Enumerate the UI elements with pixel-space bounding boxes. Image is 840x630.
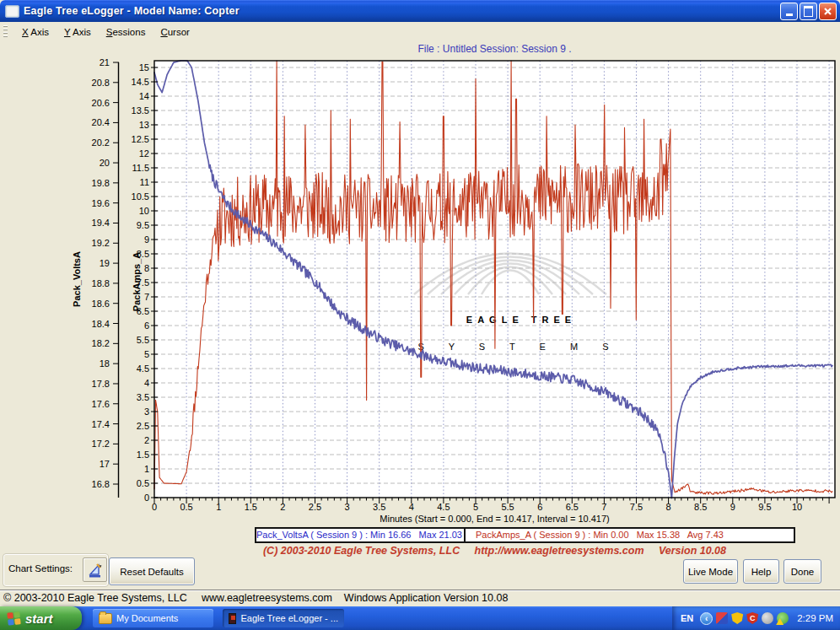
svg-text:18.4: 18.4 <box>92 319 110 329</box>
svg-text:3.5: 3.5 <box>373 502 385 512</box>
wireless-status-icon[interactable] <box>777 612 789 624</box>
title-bar[interactable]: Eagle Tree eLogger - Model Name: Copter <box>0 0 840 22</box>
task-my-documents[interactable]: My Documents <box>93 609 213 627</box>
svg-text:14.5: 14.5 <box>132 77 149 87</box>
svg-text:5: 5 <box>473 502 478 512</box>
tray-app-icon[interactable] <box>716 612 728 624</box>
live-mode-button[interactable]: Live Mode <box>683 559 738 584</box>
svg-text:12: 12 <box>139 148 149 159</box>
svg-text:13: 13 <box>139 120 149 130</box>
menu-cursor[interactable]: Cursor <box>153 24 197 40</box>
svg-text:1: 1 <box>144 464 149 474</box>
svg-text:9: 9 <box>144 234 149 245</box>
volume-icon[interactable] <box>762 612 773 624</box>
svg-text:EAGLE TREE: EAGLE TREE <box>466 315 576 325</box>
svg-text:4: 4 <box>144 378 149 388</box>
taskbar: start My Documents Eagle Tree eLogger - … <box>0 606 840 630</box>
svg-text:5: 5 <box>144 349 149 359</box>
svg-text:4.5: 4.5 <box>437 502 450 512</box>
application-window: Eagle Tree eLogger - Model Name: Copter … <box>0 0 840 630</box>
svg-text:7: 7 <box>601 502 606 512</box>
tray-chevron-icon[interactable]: ‹ <box>700 612 713 625</box>
restore-button[interactable] <box>800 3 817 20</box>
antivirus-shield-icon[interactable]: C <box>746 612 758 624</box>
copyright-line: (C) 2003-2010 Eagle Tree Systems, LLC ht… <box>154 545 835 557</box>
series-stats-row: Pack_VoltsA ( Session 9 ) : Min 16.66 Ma… <box>255 527 795 543</box>
svg-text:16.8: 16.8 <box>92 479 110 489</box>
svg-text:20.2: 20.2 <box>92 137 110 148</box>
svg-text:8.5: 8.5 <box>694 502 707 512</box>
menu-y-axis[interactable]: Y Axis <box>57 24 99 40</box>
menu-bar: X Axis Y Axis Sessions Cursor <box>0 22 840 41</box>
svg-text:PackAmps_A: PackAmps_A <box>132 252 142 311</box>
svg-text:11: 11 <box>140 177 149 187</box>
chart-canvas[interactable]: EAGLE TREES Y S T E M S2120.820.620.420.… <box>0 41 840 527</box>
task-eagle-tree-elogger[interactable]: Eagle Tree eLogger - ... <box>223 609 344 627</box>
svg-text:18.2: 18.2 <box>92 338 110 348</box>
help-button[interactable]: Help <box>743 559 779 584</box>
window-title: Eagle Tree eLogger - Model Name: Copter <box>24 5 240 17</box>
reset-defaults-button[interactable]: Reset Defaults <box>109 557 195 585</box>
restore-icon <box>804 6 813 17</box>
close-button[interactable] <box>819 3 837 20</box>
menu-sessions[interactable]: Sessions <box>99 24 153 40</box>
svg-text:13.5: 13.5 <box>132 105 149 116</box>
svg-text:0.5: 0.5 <box>137 478 149 488</box>
svg-text:9.5: 9.5 <box>137 220 149 230</box>
minimize-button[interactable] <box>780 3 798 20</box>
close-icon <box>823 7 832 16</box>
svg-text:Pack_VoltsA: Pack_VoltsA <box>72 251 82 307</box>
axis-pack-voltsa: 2120.820.620.420.22019.819.619.419.21918… <box>72 57 119 498</box>
start-button[interactable]: start <box>0 606 82 630</box>
svg-text:3.5: 3.5 <box>137 392 149 402</box>
svg-text:5.5: 5.5 <box>501 502 514 512</box>
svg-text:19.6: 19.6 <box>92 198 110 208</box>
svg-text:4.5: 4.5 <box>137 363 149 374</box>
status-bar: © 2003-2010 Eagle Tree Systems, LLC www.… <box>0 590 840 606</box>
svg-text:15: 15 <box>139 62 149 73</box>
svg-text:2.5: 2.5 <box>137 421 149 431</box>
svg-text:14: 14 <box>139 91 149 101</box>
svg-text:19.8: 19.8 <box>92 178 110 188</box>
svg-text:9.5: 9.5 <box>758 502 771 512</box>
toolbar-grip-icon[interactable] <box>3 25 8 39</box>
svg-text:8: 8 <box>666 502 671 512</box>
svg-text:2: 2 <box>144 435 149 445</box>
svg-text:12.5: 12.5 <box>132 134 149 144</box>
start-label: start <box>25 611 53 626</box>
svg-text:Minutes (Start = 0.000, End =: Minutes (Start = 0.000, End = 10.417, In… <box>380 514 609 524</box>
svg-text:0: 0 <box>152 502 157 512</box>
chart-header: File : Untitled Session: Session 9 . <box>154 43 835 55</box>
clock: 2:29 PM <box>797 613 833 623</box>
svg-text:10: 10 <box>792 502 802 512</box>
chart-settings-label: Chart Settings: <box>8 563 73 573</box>
svg-text:0: 0 <box>144 493 149 503</box>
menu-x-axis[interactable]: X Axis <box>14 24 57 40</box>
chart-settings-icon <box>87 562 104 579</box>
chart-settings-button[interactable] <box>83 557 107 582</box>
svg-text:20.6: 20.6 <box>92 98 110 108</box>
windows-logo-icon <box>7 611 21 626</box>
system-tray: EN ‹ C 2:29 PM <box>672 606 840 630</box>
svg-text:19.2: 19.2 <box>92 238 110 248</box>
done-button[interactable]: Done <box>783 559 821 584</box>
svg-text:5.5: 5.5 <box>137 335 149 345</box>
svg-text:10.5: 10.5 <box>132 191 149 202</box>
folder-icon <box>99 613 112 624</box>
axis-packamps-a: 1514.51413.51312.51211.51110.5109.598.58… <box>132 62 158 503</box>
language-indicator[interactable]: EN <box>681 613 693 623</box>
chart-panel: EAGLE TREES Y S T E M S2120.820.620.420.… <box>0 41 840 590</box>
security-alert-shield-icon[interactable] <box>731 612 743 624</box>
svg-text:17.6: 17.6 <box>92 399 110 409</box>
svg-text:4: 4 <box>409 502 414 512</box>
svg-text:17.4: 17.4 <box>92 419 110 429</box>
svg-text:17.2: 17.2 <box>92 439 110 449</box>
svg-text:19: 19 <box>100 258 110 268</box>
svg-text:1.5: 1.5 <box>137 450 149 460</box>
svg-text:18: 18 <box>100 358 110 369</box>
svg-text:1: 1 <box>216 502 221 512</box>
svg-text:8: 8 <box>144 263 149 273</box>
svg-text:20.4: 20.4 <box>92 117 110 127</box>
svg-text:18.8: 18.8 <box>92 278 110 288</box>
svg-text:17.8: 17.8 <box>92 379 110 389</box>
